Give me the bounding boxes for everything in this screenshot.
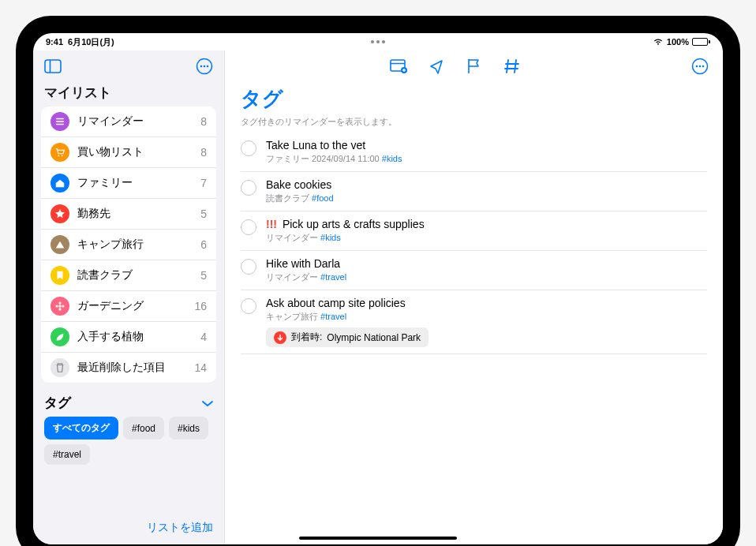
list-item-count: 7 bbox=[200, 177, 207, 189]
sidebar-list-item[interactable]: キャンプ旅行 6 bbox=[41, 230, 216, 260]
home-indicator[interactable] bbox=[299, 537, 457, 540]
svg-point-10 bbox=[58, 308, 61, 310]
list-item-label: 勤務先 bbox=[77, 207, 193, 221]
list-item-count: 4 bbox=[200, 331, 207, 343]
svg-point-19 bbox=[702, 65, 705, 68]
add-list-button[interactable]: リストを追加 bbox=[147, 521, 213, 535]
svg-point-17 bbox=[696, 65, 698, 68]
share-button[interactable] bbox=[425, 54, 448, 78]
main-subtitle: タグ付きのリマインダーを表示します。 bbox=[225, 113, 723, 133]
tag-chip[interactable]: #food bbox=[123, 417, 164, 439]
svg-point-12 bbox=[62, 305, 64, 307]
sidebar-list-item[interactable]: ガーデニング 16 bbox=[41, 291, 216, 322]
svg-point-11 bbox=[55, 305, 58, 307]
reminder-meta: 読書クラブ #food bbox=[266, 193, 707, 204]
house-icon bbox=[51, 174, 69, 193]
list-item-label: 入手する植物 bbox=[77, 330, 193, 344]
list-item-label: 読書クラブ bbox=[77, 268, 193, 282]
svg-point-18 bbox=[699, 65, 702, 68]
list-item-count: 5 bbox=[200, 208, 207, 220]
sidebar-list-item[interactable]: リマインダー 8 bbox=[41, 107, 216, 137]
list-item-count: 8 bbox=[200, 146, 207, 159]
complete-toggle[interactable] bbox=[241, 259, 256, 275]
reminder-tag[interactable]: #travel bbox=[320, 272, 346, 282]
location-label: 到着時: bbox=[291, 331, 322, 344]
reminder-tag[interactable]: #kids bbox=[382, 154, 402, 163]
list-item-count: 14 bbox=[194, 361, 207, 374]
list-item-label: 最近削除した項目 bbox=[77, 361, 186, 375]
reminders-list: Take Luna to the vet ファミリー 2024/09/14 11… bbox=[225, 133, 723, 354]
leaf-icon bbox=[51, 327, 69, 346]
main-title: タグ bbox=[225, 82, 723, 113]
tag-chips-container: すべてのタグ#food#kids#travel bbox=[44, 417, 213, 465]
list-item-label: 買い物リスト bbox=[77, 145, 193, 159]
chevron-down-icon[interactable] bbox=[202, 396, 213, 410]
complete-toggle[interactable] bbox=[241, 180, 256, 196]
tag-chip[interactable]: #kids bbox=[169, 417, 208, 439]
list-item-count: 6 bbox=[200, 238, 207, 251]
complete-toggle[interactable] bbox=[241, 298, 256, 314]
sidebar-list-item[interactable]: ファミリー 7 bbox=[41, 168, 216, 199]
tag-chip[interactable]: #travel bbox=[44, 444, 90, 465]
status-date: 6月10日(月) bbox=[68, 36, 114, 48]
reminder-tag[interactable]: #kids bbox=[320, 233, 341, 242]
svg-point-8 bbox=[58, 305, 62, 308]
list-item-label: リマインダー bbox=[77, 114, 193, 129]
reminder-meta: キャンプ旅行 #travel bbox=[266, 311, 707, 323]
list-item-label: ファミリー bbox=[77, 176, 193, 190]
wifi-icon bbox=[653, 38, 664, 46]
reminder-meta: ファミリー 2024/09/14 11:00 #kids bbox=[266, 153, 707, 165]
status-time: 9:41 bbox=[46, 37, 63, 47]
flag-button[interactable] bbox=[462, 54, 486, 78]
star-icon bbox=[51, 204, 69, 223]
svg-rect-0 bbox=[45, 60, 61, 73]
ipad-device-frame: 9:41 6月10日(月) 100% bbox=[16, 16, 740, 546]
reminder-item[interactable]: Bake cookies 読書クラブ #food bbox=[241, 172, 707, 211]
reminder-meta: リマインダー #kids bbox=[266, 232, 707, 244]
tags-section-title: タグ bbox=[44, 394, 71, 412]
list-item-count: 8 bbox=[200, 115, 207, 128]
reminder-title: Hike with Darla bbox=[266, 257, 707, 270]
svg-point-4 bbox=[204, 65, 206, 68]
multitask-dots[interactable] bbox=[371, 40, 385, 43]
svg-point-5 bbox=[207, 65, 209, 68]
cart-icon bbox=[51, 143, 69, 162]
svg-point-7 bbox=[62, 155, 63, 157]
tent-icon bbox=[51, 235, 69, 254]
svg-point-6 bbox=[58, 155, 59, 157]
reminder-title: !!! Pick up arts & crafts supplies bbox=[266, 218, 707, 230]
location-pill: 到着時: Olympic National Park bbox=[266, 327, 429, 347]
reminder-item[interactable]: Take Luna to the vet ファミリー 2024/09/14 11… bbox=[241, 133, 707, 172]
status-bar: 9:41 6月10日(月) 100% bbox=[33, 33, 723, 50]
sidebar-list-item[interactable]: 買い物リスト 8 bbox=[41, 137, 216, 168]
reminder-item[interactable]: Hike with Darla リマインダー #travel bbox=[241, 251, 707, 290]
sidebar-lists: リマインダー 8 買い物リスト 8 ファミリー 7 勤務先 5 キャンプ旅行 6… bbox=[41, 107, 216, 383]
sidebar-list-item[interactable]: 勤務先 5 bbox=[41, 199, 216, 230]
list-item-count: 16 bbox=[194, 300, 207, 312]
complete-toggle[interactable] bbox=[241, 140, 256, 156]
sidebar-toggle-button[interactable] bbox=[41, 54, 65, 78]
reminder-item[interactable]: Ask about camp site policies キャンプ旅行 #tra… bbox=[241, 290, 707, 354]
flower-icon bbox=[51, 297, 69, 316]
trash-icon bbox=[51, 358, 69, 377]
location-value: Olympic National Park bbox=[327, 332, 421, 343]
arrive-icon bbox=[274, 331, 286, 344]
hashtag-button[interactable] bbox=[500, 54, 524, 78]
screen: 9:41 6月10日(月) 100% bbox=[33, 33, 723, 544]
reminder-tag[interactable]: #travel bbox=[320, 312, 346, 321]
more-options-button[interactable] bbox=[193, 54, 216, 78]
main-content: タグ タグ付きのリマインダーを表示します。 Take Luna to the v… bbox=[225, 50, 723, 544]
sidebar-list-item[interactable]: 最近削除した項目 14 bbox=[41, 353, 216, 383]
list-item-label: ガーデニング bbox=[77, 299, 186, 313]
battery-icon bbox=[692, 38, 710, 46]
complete-toggle[interactable] bbox=[241, 219, 256, 235]
template-button[interactable] bbox=[387, 54, 410, 78]
reminder-tag[interactable]: #food bbox=[312, 193, 334, 203]
reminder-item[interactable]: !!! Pick up arts & crafts supplies リマインダ… bbox=[241, 211, 707, 251]
tag-chip-all[interactable]: すべてのタグ bbox=[44, 417, 118, 439]
svg-point-9 bbox=[58, 301, 61, 304]
reminder-title: Ask about camp site policies bbox=[266, 297, 707, 309]
sidebar-list-item[interactable]: 読書クラブ 5 bbox=[41, 260, 216, 291]
sidebar-list-item[interactable]: 入手する植物 4 bbox=[41, 322, 216, 353]
main-more-button[interactable] bbox=[688, 54, 712, 78]
